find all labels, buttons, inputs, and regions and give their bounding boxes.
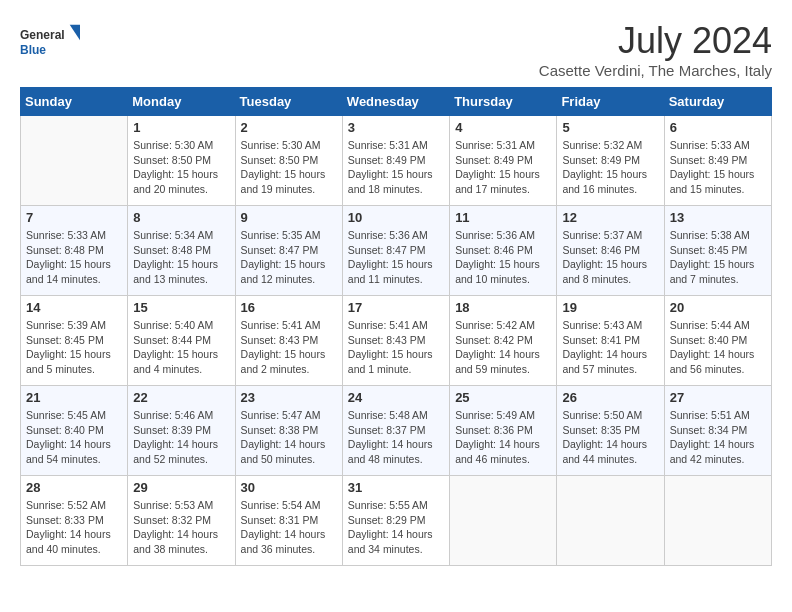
calendar-cell: 11Sunrise: 5:36 AM Sunset: 8:46 PM Dayli… xyxy=(450,206,557,296)
calendar-cell xyxy=(664,476,771,566)
week-row-5: 28Sunrise: 5:52 AM Sunset: 8:33 PM Dayli… xyxy=(21,476,772,566)
day-number: 18 xyxy=(455,300,551,315)
week-row-1: 1Sunrise: 5:30 AM Sunset: 8:50 PM Daylig… xyxy=(21,116,772,206)
day-info: Sunrise: 5:51 AM Sunset: 8:34 PM Dayligh… xyxy=(670,408,766,467)
day-number: 16 xyxy=(241,300,337,315)
day-number: 15 xyxy=(133,300,229,315)
day-number: 25 xyxy=(455,390,551,405)
day-number: 4 xyxy=(455,120,551,135)
logo-svg: General Blue xyxy=(20,20,80,64)
day-info: Sunrise: 5:47 AM Sunset: 8:38 PM Dayligh… xyxy=(241,408,337,467)
day-info: Sunrise: 5:37 AM Sunset: 8:46 PM Dayligh… xyxy=(562,228,658,287)
day-number: 21 xyxy=(26,390,122,405)
calendar-cell: 17Sunrise: 5:41 AM Sunset: 8:43 PM Dayli… xyxy=(342,296,449,386)
calendar-cell: 5Sunrise: 5:32 AM Sunset: 8:49 PM Daylig… xyxy=(557,116,664,206)
day-number: 14 xyxy=(26,300,122,315)
day-number: 8 xyxy=(133,210,229,225)
day-number: 9 xyxy=(241,210,337,225)
calendar-cell xyxy=(450,476,557,566)
day-info: Sunrise: 5:36 AM Sunset: 8:47 PM Dayligh… xyxy=(348,228,444,287)
calendar-cell: 30Sunrise: 5:54 AM Sunset: 8:31 PM Dayli… xyxy=(235,476,342,566)
calendar-cell: 15Sunrise: 5:40 AM Sunset: 8:44 PM Dayli… xyxy=(128,296,235,386)
title-area: July 2024 Casette Verdini, The Marches, … xyxy=(539,20,772,79)
calendar-cell: 20Sunrise: 5:44 AM Sunset: 8:40 PM Dayli… xyxy=(664,296,771,386)
day-number: 22 xyxy=(133,390,229,405)
calendar-cell: 10Sunrise: 5:36 AM Sunset: 8:47 PM Dayli… xyxy=(342,206,449,296)
day-info: Sunrise: 5:30 AM Sunset: 8:50 PM Dayligh… xyxy=(241,138,337,197)
column-header-sunday: Sunday xyxy=(21,88,128,116)
day-info: Sunrise: 5:43 AM Sunset: 8:41 PM Dayligh… xyxy=(562,318,658,377)
calendar-cell: 18Sunrise: 5:42 AM Sunset: 8:42 PM Dayli… xyxy=(450,296,557,386)
calendar-cell xyxy=(557,476,664,566)
calendar-cell: 13Sunrise: 5:38 AM Sunset: 8:45 PM Dayli… xyxy=(664,206,771,296)
day-number: 30 xyxy=(241,480,337,495)
calendar-cell: 7Sunrise: 5:33 AM Sunset: 8:48 PM Daylig… xyxy=(21,206,128,296)
calendar-cell: 8Sunrise: 5:34 AM Sunset: 8:48 PM Daylig… xyxy=(128,206,235,296)
svg-text:General: General xyxy=(20,28,65,42)
calendar-cell: 29Sunrise: 5:53 AM Sunset: 8:32 PM Dayli… xyxy=(128,476,235,566)
day-number: 23 xyxy=(241,390,337,405)
day-info: Sunrise: 5:41 AM Sunset: 8:43 PM Dayligh… xyxy=(241,318,337,377)
day-number: 31 xyxy=(348,480,444,495)
day-info: Sunrise: 5:49 AM Sunset: 8:36 PM Dayligh… xyxy=(455,408,551,467)
day-number: 26 xyxy=(562,390,658,405)
calendar-cell: 28Sunrise: 5:52 AM Sunset: 8:33 PM Dayli… xyxy=(21,476,128,566)
week-row-3: 14Sunrise: 5:39 AM Sunset: 8:45 PM Dayli… xyxy=(21,296,772,386)
column-header-friday: Friday xyxy=(557,88,664,116)
day-number: 20 xyxy=(670,300,766,315)
day-info: Sunrise: 5:38 AM Sunset: 8:45 PM Dayligh… xyxy=(670,228,766,287)
day-info: Sunrise: 5:45 AM Sunset: 8:40 PM Dayligh… xyxy=(26,408,122,467)
day-number: 17 xyxy=(348,300,444,315)
day-number: 6 xyxy=(670,120,766,135)
column-header-thursday: Thursday xyxy=(450,88,557,116)
day-info: Sunrise: 5:32 AM Sunset: 8:49 PM Dayligh… xyxy=(562,138,658,197)
day-info: Sunrise: 5:55 AM Sunset: 8:29 PM Dayligh… xyxy=(348,498,444,557)
calendar-cell: 6Sunrise: 5:33 AM Sunset: 8:49 PM Daylig… xyxy=(664,116,771,206)
column-header-saturday: Saturday xyxy=(664,88,771,116)
day-info: Sunrise: 5:33 AM Sunset: 8:49 PM Dayligh… xyxy=(670,138,766,197)
calendar-cell: 9Sunrise: 5:35 AM Sunset: 8:47 PM Daylig… xyxy=(235,206,342,296)
calendar-cell: 27Sunrise: 5:51 AM Sunset: 8:34 PM Dayli… xyxy=(664,386,771,476)
column-header-wednesday: Wednesday xyxy=(342,88,449,116)
day-number: 27 xyxy=(670,390,766,405)
week-row-2: 7Sunrise: 5:33 AM Sunset: 8:48 PM Daylig… xyxy=(21,206,772,296)
logo: General Blue xyxy=(20,20,80,64)
day-number: 19 xyxy=(562,300,658,315)
day-info: Sunrise: 5:31 AM Sunset: 8:49 PM Dayligh… xyxy=(455,138,551,197)
day-number: 1 xyxy=(133,120,229,135)
day-info: Sunrise: 5:54 AM Sunset: 8:31 PM Dayligh… xyxy=(241,498,337,557)
week-row-4: 21Sunrise: 5:45 AM Sunset: 8:40 PM Dayli… xyxy=(21,386,772,476)
day-info: Sunrise: 5:39 AM Sunset: 8:45 PM Dayligh… xyxy=(26,318,122,377)
day-info: Sunrise: 5:40 AM Sunset: 8:44 PM Dayligh… xyxy=(133,318,229,377)
calendar-table: SundayMondayTuesdayWednesdayThursdayFrid… xyxy=(20,87,772,566)
calendar-cell: 26Sunrise: 5:50 AM Sunset: 8:35 PM Dayli… xyxy=(557,386,664,476)
day-info: Sunrise: 5:52 AM Sunset: 8:33 PM Dayligh… xyxy=(26,498,122,557)
day-number: 3 xyxy=(348,120,444,135)
column-header-monday: Monday xyxy=(128,88,235,116)
column-header-tuesday: Tuesday xyxy=(235,88,342,116)
day-number: 2 xyxy=(241,120,337,135)
day-info: Sunrise: 5:46 AM Sunset: 8:39 PM Dayligh… xyxy=(133,408,229,467)
day-number: 11 xyxy=(455,210,551,225)
location-subtitle: Casette Verdini, The Marches, Italy xyxy=(539,62,772,79)
day-number: 5 xyxy=(562,120,658,135)
day-number: 24 xyxy=(348,390,444,405)
calendar-cell: 2Sunrise: 5:30 AM Sunset: 8:50 PM Daylig… xyxy=(235,116,342,206)
day-info: Sunrise: 5:50 AM Sunset: 8:35 PM Dayligh… xyxy=(562,408,658,467)
day-info: Sunrise: 5:36 AM Sunset: 8:46 PM Dayligh… xyxy=(455,228,551,287)
day-info: Sunrise: 5:31 AM Sunset: 8:49 PM Dayligh… xyxy=(348,138,444,197)
calendar-cell: 16Sunrise: 5:41 AM Sunset: 8:43 PM Dayli… xyxy=(235,296,342,386)
day-info: Sunrise: 5:30 AM Sunset: 8:50 PM Dayligh… xyxy=(133,138,229,197)
day-info: Sunrise: 5:34 AM Sunset: 8:48 PM Dayligh… xyxy=(133,228,229,287)
calendar-cell: 3Sunrise: 5:31 AM Sunset: 8:49 PM Daylig… xyxy=(342,116,449,206)
day-info: Sunrise: 5:33 AM Sunset: 8:48 PM Dayligh… xyxy=(26,228,122,287)
header-area: General Blue July 2024 Casette Verdini, … xyxy=(20,20,772,79)
day-number: 7 xyxy=(26,210,122,225)
day-number: 10 xyxy=(348,210,444,225)
calendar-cell: 23Sunrise: 5:47 AM Sunset: 8:38 PM Dayli… xyxy=(235,386,342,476)
calendar-cell: 25Sunrise: 5:49 AM Sunset: 8:36 PM Dayli… xyxy=(450,386,557,476)
day-info: Sunrise: 5:53 AM Sunset: 8:32 PM Dayligh… xyxy=(133,498,229,557)
day-number: 13 xyxy=(670,210,766,225)
calendar-cell: 21Sunrise: 5:45 AM Sunset: 8:40 PM Dayli… xyxy=(21,386,128,476)
day-info: Sunrise: 5:44 AM Sunset: 8:40 PM Dayligh… xyxy=(670,318,766,377)
